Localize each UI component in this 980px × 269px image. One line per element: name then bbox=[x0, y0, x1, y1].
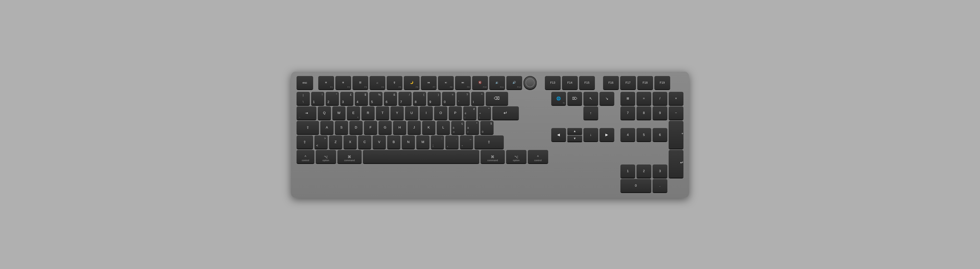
key-numpad-3[interactable]: 3 bbox=[652, 165, 667, 178]
key-forward-delete[interactable]: ⌦ bbox=[567, 92, 582, 105]
key-f9[interactable]: ⏭ F9 bbox=[455, 76, 471, 89]
key-page-down[interactable]: ↓ bbox=[584, 128, 598, 141]
key-right-option[interactable]: ⌥ option bbox=[506, 150, 527, 163]
key-0[interactable]: =0 bbox=[442, 92, 455, 105]
key-v[interactable]: V bbox=[372, 135, 386, 149]
key-right-arrow[interactable]: ▶ bbox=[600, 128, 614, 141]
key-numpad-6[interactable]: 6 bbox=[652, 128, 667, 141]
key-f19[interactable]: F19 bbox=[654, 76, 670, 89]
key-left-shift[interactable]: ⇧ bbox=[297, 135, 313, 149]
key-1[interactable]: !1 bbox=[311, 92, 325, 105]
key-c[interactable]: C bbox=[358, 135, 371, 149]
key-f17[interactable]: F17 bbox=[620, 76, 636, 89]
key-minus[interactable]: _- bbox=[460, 135, 473, 149]
key-semicolon[interactable]: ç ò @ bbox=[451, 121, 465, 134]
key-f1[interactable]: ☀ F1 bbox=[318, 76, 334, 89]
key-numpad-5[interactable]: 5 bbox=[636, 128, 651, 141]
key-b[interactable]: B bbox=[387, 135, 401, 149]
key-numpad-plus[interactable]: + bbox=[669, 121, 683, 149]
key-d[interactable]: D bbox=[349, 121, 363, 134]
key-numpad-divide[interactable]: / bbox=[652, 92, 667, 105]
key-l[interactable]: L bbox=[437, 121, 450, 134]
key-numpad-enter[interactable]: ↵ bbox=[669, 150, 683, 178]
key-backslash-left[interactable]: | \ bbox=[297, 92, 310, 105]
key-f[interactable]: F bbox=[364, 121, 377, 134]
key-q[interactable]: Q bbox=[318, 106, 331, 120]
key-r[interactable]: R bbox=[361, 106, 375, 120]
key-7[interactable]: /7 bbox=[398, 92, 412, 105]
key-end[interactable]: ↘ bbox=[600, 92, 614, 105]
key-f2[interactable]: ☀ F2 bbox=[335, 76, 351, 89]
key-f10[interactable]: 🔇 F10 bbox=[472, 76, 488, 89]
key-f6[interactable]: 🌙 F6 bbox=[404, 76, 420, 89]
key-f4[interactable]: ⌕ F4 bbox=[369, 76, 385, 89]
key-numpad-2[interactable]: 2 bbox=[636, 165, 651, 178]
key-numpad-9[interactable]: 9 bbox=[652, 106, 667, 120]
key-2[interactable]: "2 bbox=[326, 92, 339, 105]
key-caps-lock[interactable]: ⇪ bbox=[297, 121, 319, 134]
key-z[interactable]: Z bbox=[329, 135, 342, 149]
key-f11[interactable]: 🔉 F11 bbox=[489, 76, 505, 89]
key-bracket-close[interactable]: * + ] bbox=[478, 106, 491, 120]
key-colon[interactable]: :; bbox=[431, 135, 444, 149]
key-f18[interactable]: F18 bbox=[637, 76, 653, 89]
key-s[interactable]: S bbox=[335, 121, 348, 134]
key-backspace[interactable]: ⌫ bbox=[486, 92, 508, 105]
key-i[interactable]: I bbox=[420, 106, 433, 120]
key-numpad-0[interactable]: 0 bbox=[620, 179, 651, 192]
key-numpad-1[interactable]: 1 bbox=[620, 165, 635, 178]
key-globe[interactable]: 🌐 fn bbox=[551, 92, 566, 105]
key-n[interactable]: N bbox=[402, 135, 415, 149]
key-apostrophe[interactable]: ?' bbox=[457, 92, 470, 105]
key-h[interactable]: H bbox=[393, 121, 406, 134]
key-accent[interactable]: ^ì bbox=[471, 92, 484, 105]
key-m[interactable]: M bbox=[416, 135, 430, 149]
key-f5[interactable]: 🎙 F5 bbox=[387, 76, 402, 89]
key-section[interactable]: § ù bbox=[480, 121, 493, 134]
key-numpad-clear[interactable]: ⊠ bbox=[620, 92, 635, 105]
key-a[interactable]: A bbox=[320, 121, 334, 134]
key-numpad-8[interactable]: 8 bbox=[636, 106, 651, 120]
key-6[interactable]: &6 bbox=[384, 92, 397, 105]
key-y[interactable]: Y bbox=[390, 106, 404, 120]
key-t[interactable]: T bbox=[376, 106, 389, 120]
key-period[interactable]: ., bbox=[445, 135, 458, 149]
key-f7[interactable]: ⏮ F7 bbox=[421, 76, 437, 89]
key-enter[interactable]: ↵ bbox=[492, 106, 519, 120]
key-right-control[interactable]: ^ control bbox=[528, 150, 548, 163]
key-f14[interactable]: F14 bbox=[562, 76, 578, 89]
key-j[interactable]: J bbox=[407, 121, 421, 134]
key-numpad-equal[interactable]: = bbox=[636, 92, 651, 105]
key-touch-id[interactable] bbox=[523, 76, 537, 89]
key-right-shift[interactable]: ⇧ bbox=[474, 135, 504, 149]
key-numpad-dot[interactable]: . bbox=[652, 179, 667, 192]
key-f12[interactable]: 🔊 F12 bbox=[506, 76, 522, 89]
key-up-arrow[interactable]: ▲ bbox=[567, 128, 582, 134]
key-3[interactable]: £3 bbox=[340, 92, 353, 105]
key-quote[interactable]: ° à # bbox=[466, 121, 479, 134]
key-numpad-4[interactable]: 4 bbox=[620, 128, 635, 141]
key-5[interactable]: %5 bbox=[369, 92, 383, 105]
key-f15[interactable]: F15 bbox=[579, 76, 595, 89]
key-numpad-7[interactable]: 7 bbox=[620, 106, 635, 120]
key-f3[interactable]: ⊞ F3 bbox=[352, 76, 368, 89]
key-down-arrow[interactable]: ▼ bbox=[567, 135, 582, 141]
key-g[interactable]: G bbox=[379, 121, 392, 134]
key-bracket-open[interactable]: é è [ bbox=[463, 106, 476, 120]
key-esc[interactable]: esc bbox=[297, 76, 313, 89]
key-tab[interactable]: ⇥ → bbox=[297, 106, 317, 120]
key-numpad-multiply[interactable]: × bbox=[669, 92, 683, 105]
key-x[interactable]: X bbox=[344, 135, 357, 149]
key-p[interactable]: P bbox=[449, 106, 462, 120]
key-space[interactable] bbox=[363, 150, 479, 163]
key-o[interactable]: O bbox=[434, 106, 447, 120]
key-k[interactable]: K bbox=[422, 121, 435, 134]
key-f13[interactable]: F13 bbox=[545, 76, 561, 89]
key-4[interactable]: $4 bbox=[355, 92, 368, 105]
key-angle-bracket[interactable]: >< bbox=[314, 135, 328, 149]
key-f8[interactable]: ⏯ F8 bbox=[438, 76, 454, 89]
key-e[interactable]: E € bbox=[347, 106, 360, 120]
key-u[interactable]: U bbox=[405, 106, 418, 120]
key-8[interactable]: (8 bbox=[413, 92, 426, 105]
key-9[interactable]: )9 bbox=[428, 92, 441, 105]
